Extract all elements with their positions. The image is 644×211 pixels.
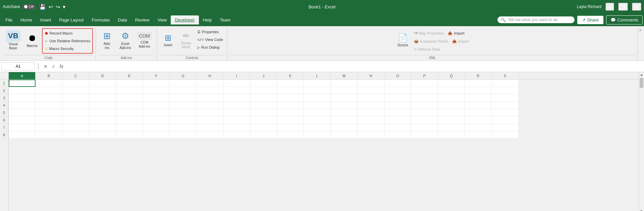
cell-f7[interactable] — [143, 124, 170, 131]
cell-h5[interactable] — [197, 109, 223, 116]
cell-b1[interactable] — [36, 80, 62, 87]
cell-b8[interactable] — [36, 131, 62, 139]
col-header-i[interactable]: I — [223, 72, 250, 79]
menu-item-team[interactable]: Team — [216, 15, 234, 24]
cell-m8[interactable] — [331, 131, 358, 139]
cell-g6[interactable] — [170, 116, 197, 124]
cell-l5[interactable] — [304, 109, 331, 116]
menu-item-page-layout[interactable]: Page Layout — [55, 15, 88, 24]
use-relative-button[interactable]: ↔ Use Relative References — [43, 37, 92, 45]
cell-e6[interactable] — [116, 116, 143, 124]
cell-l7[interactable] — [304, 124, 331, 131]
cell-q5[interactable] — [438, 109, 465, 116]
cell-d5[interactable] — [89, 109, 116, 116]
col-header-s[interactable]: S — [492, 72, 519, 79]
cell-m7[interactable] — [331, 124, 358, 131]
cell-b5[interactable] — [36, 109, 62, 116]
col-header-r[interactable]: R — [465, 72, 492, 79]
vertical-scrollbar[interactable]: ▲ ▼ — [639, 72, 644, 211]
cell-n5[interactable] — [358, 109, 384, 116]
cell-r4[interactable] — [465, 102, 492, 109]
cell-m3[interactable] — [331, 94, 358, 102]
cell-k6[interactable] — [277, 116, 304, 124]
cell-e5[interactable] — [116, 109, 143, 116]
cell-d4[interactable] — [89, 102, 116, 109]
cell-p1[interactable] — [411, 80, 438, 87]
cell-c5[interactable] — [62, 109, 89, 116]
cell-a6[interactable] — [9, 116, 36, 124]
close-button[interactable]: ✕ — [632, 3, 641, 11]
cell-i2[interactable] — [223, 87, 250, 94]
cell-j8[interactable] — [250, 131, 277, 139]
col-header-a[interactable]: A — [9, 72, 36, 79]
save-button[interactable]: 💾 — [39, 3, 47, 11]
cell-p2[interactable] — [411, 87, 438, 94]
cell-q3[interactable] — [438, 94, 465, 102]
cell-j3[interactable] — [250, 94, 277, 102]
cell-s8[interactable] — [492, 131, 519, 139]
cell-o2[interactable] — [384, 87, 411, 94]
col-header-n[interactable]: N — [358, 72, 384, 79]
view-code-button[interactable]: </> View Code — [196, 36, 224, 43]
cell-l4[interactable] — [304, 102, 331, 109]
cell-b4[interactable] — [36, 102, 62, 109]
cell-r6[interactable] — [465, 116, 492, 124]
cell-j6[interactable] — [250, 116, 277, 124]
cell-o7[interactable] — [384, 124, 411, 131]
menu-item-data[interactable]: Data — [114, 15, 131, 24]
scroll-up-arrow[interactable]: ▲ — [639, 72, 644, 77]
col-header-l[interactable]: L — [304, 72, 331, 79]
cell-a1[interactable] — [9, 80, 36, 87]
cell-p7[interactable] — [411, 124, 438, 131]
col-header-h[interactable]: H — [197, 72, 223, 79]
cell-a7[interactable] — [9, 124, 36, 131]
cell-i3[interactable] — [223, 94, 250, 102]
menu-item-review[interactable]: Review — [131, 15, 154, 24]
cell-e2[interactable] — [116, 87, 143, 94]
col-header-q[interactable]: Q — [438, 72, 465, 79]
menu-item-view[interactable]: View — [153, 15, 171, 24]
cell-g5[interactable] — [170, 109, 197, 116]
insert-control-button[interactable]: ⊞ Insert — [160, 28, 176, 52]
col-header-j[interactable]: J — [250, 72, 277, 79]
cell-i4[interactable] — [223, 102, 250, 109]
cell-n7[interactable] — [358, 124, 384, 131]
cell-n3[interactable] — [358, 94, 384, 102]
cell-s1[interactable] — [492, 80, 519, 87]
cell-r2[interactable] — [465, 87, 492, 94]
visual-basic-button[interactable]: VB VisualBasic — [4, 28, 22, 52]
redo-button[interactable]: ↪ — [55, 3, 61, 11]
cell-f1[interactable] — [143, 80, 170, 87]
cell-n2[interactable] — [358, 87, 384, 94]
cell-h8[interactable] — [197, 131, 223, 139]
cell-p8[interactable] — [411, 131, 438, 139]
macros-button[interactable]: ⏺ Macros — [24, 28, 41, 52]
col-header-f[interactable]: F — [143, 72, 170, 79]
cell-h2[interactable] — [197, 87, 223, 94]
cell-e3[interactable] — [116, 94, 143, 102]
cell-a4[interactable] — [9, 102, 36, 109]
cell-d7[interactable] — [89, 124, 116, 131]
cell-l8[interactable] — [304, 131, 331, 139]
col-header-d[interactable]: D — [89, 72, 116, 79]
cell-l2[interactable] — [304, 87, 331, 94]
cell-k4[interactable] — [277, 102, 304, 109]
menu-item-home[interactable]: Home — [16, 15, 36, 24]
col-header-m[interactable]: M — [331, 72, 358, 79]
cell-q1[interactable] — [438, 80, 465, 87]
cell-c4[interactable] — [62, 102, 89, 109]
cell-h4[interactable] — [197, 102, 223, 109]
cell-o5[interactable] — [384, 109, 411, 116]
search-box[interactable]: 🔍 Tell me what you want to do — [497, 16, 575, 23]
cell-s6[interactable] — [492, 116, 519, 124]
ribbon-collapse-button[interactable]: ∧ — [638, 28, 643, 33]
macro-security-button[interactable]: ⚠ Macro Security — [43, 45, 92, 52]
col-header-e[interactable]: E — [116, 72, 143, 79]
cell-p5[interactable] — [411, 109, 438, 116]
share-button[interactable]: ↗ Share — [577, 16, 603, 24]
cell-b6[interactable] — [36, 116, 62, 124]
cell-d2[interactable] — [89, 87, 116, 94]
col-header-k[interactable]: K — [277, 72, 304, 79]
cell-d6[interactable] — [89, 116, 116, 124]
col-header-b[interactable]: B — [36, 72, 62, 79]
